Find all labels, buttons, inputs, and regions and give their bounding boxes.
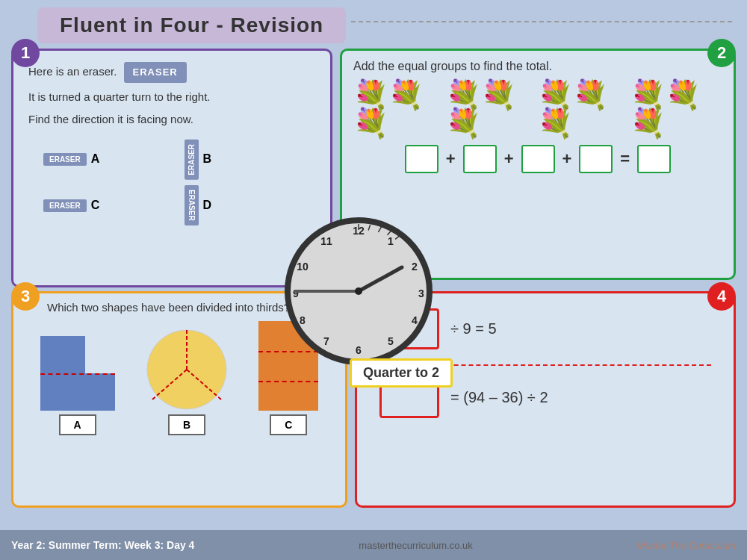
shape-a-container: A [40, 336, 115, 435]
option-a: ERASER A [43, 140, 179, 180]
page-title: Fluent in Four - Revision [37, 7, 346, 43]
svg-text:5: 5 [388, 335, 394, 347]
plus-2: + [504, 149, 514, 169]
option-b: ERASER B [185, 140, 320, 180]
footer-right: Master The Curriculum [637, 540, 736, 551]
shape-b [146, 329, 228, 411]
svg-text:8: 8 [300, 314, 306, 326]
addition-row: + + + = [353, 145, 722, 173]
eraser-a: ERASER [43, 153, 87, 166]
q3-number: 3 [11, 282, 40, 311]
title-divider [351, 21, 732, 22]
svg-text:10: 10 [297, 261, 309, 273]
q2-number: 2 [707, 39, 736, 67]
eraser-b: ERASER [185, 140, 199, 180]
plus-1: + [446, 149, 456, 169]
clock-container: 12 1 2 3 4 5 6 7 8 9 10 11 [284, 217, 433, 366]
shape-a-ext [85, 373, 115, 411]
quarter-to-label: Quarter to 2 [350, 358, 453, 388]
flower-bunch-4: 💐💐💐 [630, 81, 723, 137]
clock-svg: 12 1 2 3 4 5 6 7 8 9 10 11 [284, 217, 433, 366]
flowers-row: 💐💐💐 💐💐💐 💐💐💐 💐💐💐 [353, 81, 722, 137]
eraser-options: ERASER A ERASER B ERASER C ERASER D [28, 140, 319, 225]
eraser-label-main: ERASER [124, 62, 187, 83]
eraser-c: ERASER [43, 199, 87, 212]
shape-a-line [40, 373, 115, 375]
svg-text:11: 11 [320, 235, 332, 247]
q1-number: 1 [11, 39, 40, 67]
svg-point-24 [355, 287, 362, 295]
svg-text:4: 4 [412, 314, 418, 326]
shape-label-a: A [59, 414, 96, 435]
q2-instruction: Add the equal groups to find the total. [353, 60, 722, 73]
flower-bunch-2: 💐💐💐 [446, 81, 539, 137]
equals: = [620, 149, 630, 169]
svg-text:3: 3 [418, 287, 424, 299]
label-c: C [91, 199, 100, 212]
plus-3: + [562, 149, 572, 169]
option-c: ERASER C [43, 185, 179, 225]
footer-center: masterthecurriculum.co.uk [359, 540, 472, 551]
shape-label-c: C [270, 414, 307, 435]
svg-text:2: 2 [412, 261, 418, 273]
q4-number: 4 [707, 282, 736, 311]
svg-text:9: 9 [293, 287, 299, 299]
eraser-d: ERASER [185, 185, 199, 225]
answer-box-total[interactable] [637, 145, 671, 173]
q4-eq1: ÷ 9 = 5 [450, 320, 497, 337]
label-a: A [91, 152, 100, 166]
label-d: D [203, 199, 212, 212]
answer-box-1[interactable] [405, 145, 438, 173]
flower-bunch-1: 💐💐💐 [353, 81, 446, 137]
q1-text3: Find the direction it is facing now. [28, 111, 319, 128]
q4-eq2: = (94 – 36) ÷ 2 [450, 389, 548, 406]
q1-text1: Here is an eraser. ERASER [28, 62, 319, 83]
shape-label-b: B [168, 414, 205, 435]
footer: Year 2: Summer Term: Week 3: Day 4 maste… [0, 530, 747, 560]
shape-b-container: B [146, 329, 228, 435]
svg-text:7: 7 [323, 335, 329, 347]
svg-text:6: 6 [356, 344, 362, 356]
answer-box-3[interactable] [521, 145, 555, 173]
circle-svg [146, 329, 228, 411]
q1-text2: It is turned a quarter turn to the right… [28, 89, 319, 106]
flower-bunch-3: 💐💐💐 [538, 81, 630, 137]
shape-c-line2 [258, 381, 318, 382]
shape-a [40, 336, 115, 411]
label-b: B [203, 152, 212, 166]
svg-text:12: 12 [353, 225, 365, 237]
svg-text:1: 1 [388, 235, 394, 247]
answer-box-2[interactable] [463, 145, 497, 173]
answer-box-4[interactable] [579, 145, 613, 173]
footer-left: Year 2: Summer Term: Week 3: Day 4 [11, 539, 194, 551]
